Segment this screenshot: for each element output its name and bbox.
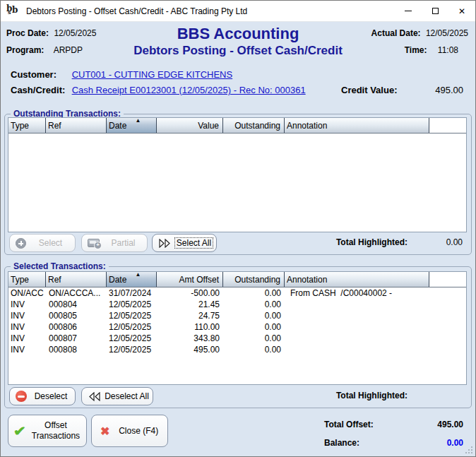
- deselect-button[interactable]: Deselect: [9, 387, 76, 405]
- double-chevron-right-icon: [158, 239, 172, 248]
- table-row[interactable]: INV 000804 12/05/2025 21.45 0.00: [8, 299, 466, 310]
- title-bar[interactable]: b s b Debtors Posting - Offset Cash/Cred…: [1, 1, 475, 22]
- credit-value-label: Credit Value:: [341, 85, 397, 95]
- column-header-type[interactable]: Type: [8, 272, 46, 287]
- minimize-icon: [405, 11, 412, 11]
- column-header-value[interactable]: Value: [157, 118, 223, 133]
- offset-transactions-button[interactable]: ✔ OffsetTransactions: [8, 415, 87, 447]
- minimize-button[interactable]: [395, 1, 422, 21]
- selected-table-body: ON/ACC ON/ACCCA... 31/07/2024 -500.00 0.…: [8, 287, 466, 355]
- table-row[interactable]: ON/ACC ON/ACCCA... 31/07/2024 -500.00 0.…: [8, 287, 466, 299]
- customer-label: Customer:: [11, 69, 69, 80]
- total-highlighted-value: 0.00: [407, 237, 463, 247]
- column-header-annotation[interactable]: Annotation: [285, 118, 429, 133]
- resize-grip[interactable]: [464, 445, 472, 453]
- maximize-button[interactable]: [422, 1, 448, 21]
- selected-transactions-group: Selected Transactions: Type Ref Date▲ Am…: [4, 266, 472, 408]
- sort-asc-icon: ▲: [136, 117, 141, 124]
- balance-label: Balance:: [324, 438, 359, 448]
- total-offset-value: 495.00: [400, 420, 463, 429]
- customer-link[interactable]: CUT001 - CUTTING EDGE KITCHENS: [72, 69, 233, 80]
- credit-value: 495.00: [400, 85, 463, 95]
- check-icon: ✔: [13, 423, 26, 439]
- x-icon: ✖: [100, 425, 109, 438]
- column-header-date[interactable]: Date▲: [107, 118, 157, 133]
- balance-value: 0.00: [400, 438, 463, 448]
- column-header-filler: [429, 118, 466, 133]
- selected-table: Type Ref Date▲ Amt Offset Outstanding An…: [8, 271, 467, 385]
- column-header-type[interactable]: Type: [8, 118, 46, 133]
- customer-row: Customer: CUT001 - CUTTING EDGE KITCHENS: [11, 69, 232, 80]
- cash-credit-link[interactable]: Cash Receipt E00123001 (12/05/2025) - Re…: [72, 85, 306, 95]
- total-offset-label: Total Offset:: [324, 420, 374, 429]
- window-title: Debtors Posting - Offset Cash/Credit - A…: [26, 6, 247, 16]
- close-f4-button[interactable]: ✖ Close (F4): [91, 415, 168, 447]
- cash-credit-label: Cash/Credit:: [11, 85, 69, 95]
- select-all-button[interactable]: Select All: [152, 234, 217, 252]
- total-highlighted-label: Total Highlighted:: [336, 237, 407, 247]
- total-highlighted-label: Total Highlighted:: [336, 391, 407, 400]
- outstanding-table-header: Type Ref Date▲ Value Outstanding Annotat…: [8, 118, 466, 133]
- column-header-ref[interactable]: Ref: [46, 272, 107, 287]
- outstanding-table: Type Ref Date▲ Value Outstanding Annotat…: [8, 117, 467, 232]
- column-header-filler: [429, 272, 466, 287]
- column-header-ref[interactable]: Ref: [46, 118, 107, 133]
- outstanding-total-row: Total Highlighted: 0.00: [336, 237, 463, 247]
- time-label: Time:: [405, 45, 427, 55]
- selected-table-header: Type Ref Date▲ Amt Offset Outstanding An…: [8, 272, 466, 287]
- table-row[interactable]: INV 000808 12/05/2025 495.00 0.00: [8, 344, 466, 355]
- selected-group-title: Selected Transactions:: [11, 261, 109, 271]
- deselect-no-entry-icon: [16, 391, 27, 402]
- actual-date-value: 12/05/2025: [426, 28, 468, 38]
- column-header-annotation[interactable]: Annotation: [285, 272, 429, 287]
- close-icon: ✕: [458, 7, 465, 16]
- time-row: Time: 11:08: [405, 45, 458, 55]
- partial-calculator-icon: [88, 239, 100, 247]
- close-button[interactable]: ✕: [448, 1, 475, 21]
- actual-date-row: Actual Date: 12/05/2025: [371, 28, 468, 38]
- app-window: b s b Debtors Posting - Offset Cash/Cred…: [0, 0, 476, 457]
- table-row[interactable]: INV 000805 12/05/2025 24.75 0.00: [8, 310, 466, 321]
- select-plus-icon: [16, 238, 26, 249]
- app-logo-icon: b s b: [6, 5, 20, 18]
- table-row[interactable]: INV 000807 12/05/2025 343.80 0.00: [8, 333, 466, 344]
- double-chevron-left-icon: [88, 392, 101, 401]
- table-row[interactable]: INV 000806 12/05/2025 110.00 0.00: [8, 321, 466, 333]
- cash-credit-row: Cash/Credit: Cash Receipt E00123001 (12/…: [11, 85, 306, 95]
- column-header-date[interactable]: Date▲: [107, 272, 157, 287]
- time-value: 11:08: [438, 45, 458, 55]
- column-header-outstanding[interactable]: Outstanding: [223, 118, 285, 133]
- deselect-all-button[interactable]: Deselect All: [81, 387, 153, 405]
- sort-asc-icon: ▲: [136, 271, 141, 278]
- column-header-outstanding[interactable]: Outstanding: [223, 272, 285, 287]
- column-header-amt-offset[interactable]: Amt Offset: [157, 272, 223, 287]
- select-button[interactable]: Select: [9, 234, 76, 252]
- outstanding-transactions-group: Outstanding Transactions: Type Ref Date▲…: [4, 114, 472, 255]
- partial-button[interactable]: Partial: [81, 234, 148, 252]
- selected-total-row: Total Highlighted:: [336, 391, 463, 400]
- maximize-icon: [432, 8, 439, 14]
- actual-date-label: Actual Date:: [371, 28, 421, 38]
